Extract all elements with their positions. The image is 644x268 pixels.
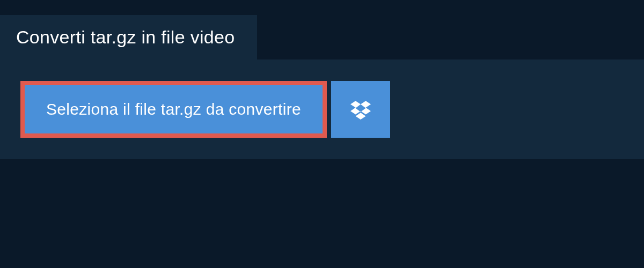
tab-convert[interactable]: Converti tar.gz in file video: [0, 15, 257, 59]
select-file-label: Seleziona il file tar.gz da convertire: [46, 100, 301, 118]
button-row: Seleziona il file tar.gz da convertire: [20, 81, 624, 138]
dropbox-icon: [350, 99, 371, 120]
tab-label: Converti tar.gz in file video: [16, 27, 235, 47]
dropbox-button[interactable]: [331, 81, 390, 138]
content-panel: Seleziona il file tar.gz da convertire: [0, 59, 644, 159]
tab-container: Converti tar.gz in file video: [0, 0, 644, 59]
select-file-button[interactable]: Seleziona il file tar.gz da convertire: [20, 81, 327, 138]
